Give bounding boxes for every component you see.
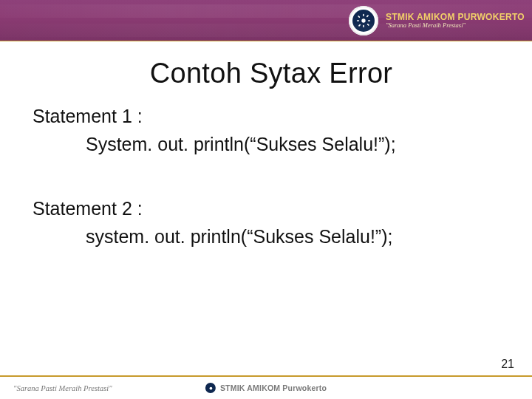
brand-title: STMIK AMIKOM PURWOKERTO (386, 13, 525, 22)
page-number: 21 (501, 358, 514, 371)
brand-logo-inner (352, 10, 375, 32)
body-text: Statement 1 : System. out. println(“Suks… (33, 103, 510, 250)
brand-tagline: "Sarana Pasti Meraih Prestasi" (386, 22, 525, 29)
slide-title: Contoh Sytax Error (33, 58, 510, 89)
footer-center-brand: STMIK AMIKOM Purwokerto (205, 383, 327, 393)
statement-2-code: system. out. println(“Sukses Selalu!”); (33, 223, 510, 251)
header-divider (0, 41, 532, 41)
svg-rect-8 (358, 24, 361, 27)
statement-2-label: Statement 2 : (33, 195, 510, 223)
spacer (33, 158, 510, 191)
svg-rect-2 (363, 25, 364, 27)
header-band: STMIK AMIKOM PURWOKERTO "Sarana Pasti Me… (0, 0, 532, 41)
statement-1-code: System. out. println(“Sukses Selalu!”); (33, 131, 510, 159)
header-brand-block: STMIK AMIKOM PURWOKERTO "Sarana Pasti Me… (349, 4, 525, 37)
footer-tagline: "Sarana Pasti Meraih Prestasi" (13, 384, 112, 392)
statement-1-label: Statement 1 : (33, 103, 510, 131)
footer-center-text: STMIK AMIKOM Purwokerto (220, 383, 327, 392)
footer-logo-icon (205, 383, 216, 393)
content-area: Contoh Sytax Error Statement 1 : System.… (0, 58, 532, 250)
brand-text-block: STMIK AMIKOM PURWOKERTO "Sarana Pasti Me… (386, 13, 525, 30)
footer-bar: "Sarana Pasti Meraih Prestasi" STMIK AMI… (0, 375, 532, 399)
gear-icon (356, 13, 371, 28)
brand-logo-medallion (349, 6, 378, 35)
svg-point-0 (361, 18, 365, 22)
svg-rect-5 (358, 16, 361, 18)
svg-rect-4 (368, 20, 370, 21)
svg-rect-3 (357, 20, 359, 21)
svg-point-9 (209, 386, 212, 389)
svg-rect-6 (366, 24, 369, 27)
svg-rect-1 (363, 14, 364, 16)
svg-rect-7 (366, 15, 369, 18)
slide: STMIK AMIKOM PURWOKERTO "Sarana Pasti Me… (0, 0, 532, 399)
